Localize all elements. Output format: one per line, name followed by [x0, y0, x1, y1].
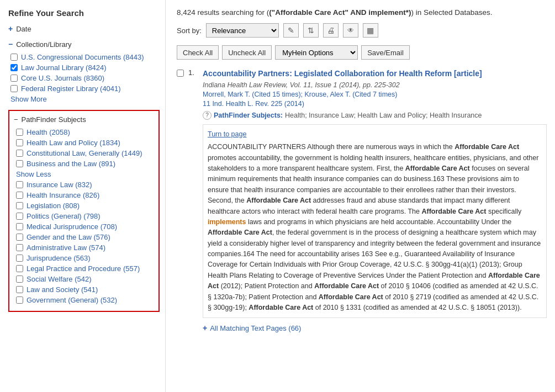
pathfinder-item: Health Law and Policy (1834) [14, 139, 154, 147]
pathfinder-more-checkbox[interactable] [16, 244, 23, 251]
collection-item: Law Journal Library (8424) [8, 63, 160, 72]
sidebar-title: Refine Your Search [8, 8, 160, 18]
collection-checkbox[interactable] [10, 54, 18, 61]
pathfinder-more-item-label[interactable]: Government (General) (532) [27, 296, 117, 304]
highlight-aca-4: Affordable Care Act [421, 208, 486, 215]
binoculars-button[interactable]: 👁 [343, 23, 358, 38]
grid-button[interactable]: ▦ [363, 23, 378, 38]
pathfinder-more-item-label[interactable]: Insurance Law (832) [27, 181, 92, 189]
result-number-row: 1. Accountability Partners: Legislated C… [177, 68, 547, 332]
flip-button[interactable]: ⇅ [303, 23, 319, 38]
date-toggle-icon[interactable]: + [8, 24, 13, 33]
highlight-aca-7: Affordable Care Act [314, 282, 379, 290]
show-more-link[interactable]: Show More [10, 95, 160, 103]
sort-label: Sort by: [177, 27, 202, 35]
result-authors-1: Morrell, Mark T. (Cited 15 times); Krous… [203, 91, 547, 98]
pathfinder-more-checkbox[interactable] [16, 286, 23, 293]
collection-item-label[interactable]: Federal Register Library (4041) [21, 84, 121, 93]
pathfinder-toggle-icon[interactable]: − [14, 115, 18, 124]
collection-item-label[interactable]: U.S. Congressional Documents (8443) [21, 53, 144, 61]
pathfinder-more-checkbox[interactable] [16, 181, 23, 188]
pathfinder-more-item-label[interactable]: Medical Jurisprudence (708) [27, 223, 117, 231]
all-matching-label: All Matching Text Pages (66) [210, 324, 301, 332]
pathfinder-more-item-label[interactable]: Health Insurance (826) [27, 191, 99, 199]
result-number-1: 1. [188, 68, 198, 77]
pathfinder-item-label[interactable]: Business and the Law (891) [27, 160, 115, 168]
collection-item-label[interactable]: Law Journal Library (8424) [21, 63, 107, 72]
collection-checkbox[interactable] [10, 85, 18, 92]
pathfinder-more-item-label[interactable]: Legislation (808) [27, 202, 80, 210]
collection-item: Core U.S. Journals (8360) [8, 74, 160, 82]
all-matching-row[interactable]: + All Matching Text Pages (66) [203, 324, 547, 332]
pathfinder-item: Business and the Law (891) [14, 160, 154, 168]
pathfinder-more-checkbox[interactable] [16, 234, 23, 241]
excerpt-box: Turn to page ACCOUNTABILITY PARTNERS Alt… [203, 124, 547, 319]
collection-item-label[interactable]: Core U.S. Journals (8360) [21, 74, 104, 82]
pathfinder-more-checkbox[interactable] [16, 192, 23, 199]
pathfinder-more-checkbox[interactable] [16, 202, 23, 209]
main-content: 8,424 results searching for (("Affordabl… [166, 0, 555, 392]
date-filter-label: Date [16, 25, 31, 33]
collection-filter-section: − Collection/Library U.S. Congressional … [8, 40, 160, 103]
result-title-1[interactable]: Accountability Partners: Legislated Coll… [203, 68, 547, 80]
pathfinder-more-item-label[interactable]: Legal Practice and Procedure (557) [27, 264, 140, 273]
pathfinder-more-item: Jurisprudence (563) [14, 254, 154, 262]
pathfinder-checkbox[interactable] [16, 160, 23, 167]
highlight-aca-9: Affordable Care Act [249, 304, 313, 311]
result-citation-1: 11 Ind. Health L. Rev. 225 (2014) [203, 100, 547, 108]
pathfinder-more-checkbox[interactable] [16, 255, 23, 262]
pathfinder-more-item-label[interactable]: Law and Society (541) [27, 285, 98, 294]
collection-filter-header[interactable]: − Collection/Library [8, 40, 160, 49]
uncheck-all-button[interactable]: Uncheck All [222, 45, 272, 60]
myhein-select[interactable]: MyHein Options [275, 45, 358, 60]
highlight-implements: implements [208, 218, 246, 226]
highlight-aca-2: Affordable Care Act [405, 165, 470, 172]
pathfinder-info-icon[interactable]: ? [203, 111, 212, 120]
result-checkbox-1[interactable] [177, 70, 184, 77]
save-email-button[interactable]: Save/Email [361, 45, 410, 60]
pathfinder-item-label[interactable]: Health (2058) [27, 128, 70, 136]
pathfinder-item-label[interactable]: Health Law and Policy (1834) [27, 139, 120, 147]
pathfinder-more-checkbox[interactable] [16, 265, 23, 272]
pathfinder-more-item-label[interactable]: Gender and the Law (576) [27, 233, 110, 241]
pathfinder-checkbox[interactable] [16, 139, 23, 146]
results-count: 8,424 [177, 8, 195, 17]
collection-checkbox[interactable] [10, 75, 18, 82]
pathfinder-more-item-label[interactable]: Administrative Law (574) [27, 243, 105, 252]
pathfinder-checkbox[interactable] [16, 129, 23, 136]
excerpt-text: ACCOUNTABILITY PARTNERS Although there a… [208, 142, 542, 313]
pathfinder-more-item-label[interactable]: Jurisprudence (563) [27, 254, 91, 262]
pathfinder-more-item-label[interactable]: Social Welfare (542) [27, 275, 92, 283]
collection-checkbox[interactable] [10, 64, 18, 71]
pathfinder-more-item: Law and Society (541) [14, 285, 154, 294]
edit-button[interactable]: ✎ [283, 23, 299, 38]
sort-bar: Sort by: Relevance Date (Newest) Date (O… [177, 23, 547, 38]
pathfinder-checkbox[interactable] [16, 150, 23, 157]
collection-toggle-icon[interactable]: − [8, 40, 13, 49]
pathfinder-filter-section: − PathFinder Subjects Health (2058)Healt… [8, 110, 160, 312]
date-filter-section: + Date [8, 24, 160, 33]
pathfinder-more-item: Health Insurance (826) [14, 191, 154, 199]
check-all-button[interactable]: Check All [177, 45, 219, 60]
pathfinder-more-checkbox[interactable] [16, 296, 23, 304]
pathfinder-more-checkbox[interactable] [16, 223, 23, 230]
print-button[interactable]: 🖨 [323, 23, 339, 38]
sort-select[interactable]: Relevance Date (Newest) Date (Oldest) Ti… [206, 23, 279, 38]
show-less-link[interactable]: Show Less [16, 170, 154, 178]
all-matching-plus-icon: + [203, 324, 207, 332]
pathfinder-item-label[interactable]: Constitutional Law, Generally (1449) [27, 149, 142, 157]
pathfinder-more-checkbox[interactable] [16, 213, 23, 220]
date-filter-header[interactable]: + Date [8, 24, 160, 33]
pathfinder-more-item: Gender and the Law (576) [14, 233, 154, 241]
search-scope: Selected Databases [424, 8, 490, 17]
pathfinder-more-item: Government (General) (532) [14, 296, 154, 304]
highlight-aca-1: Affordable Care Act [454, 143, 519, 151]
turn-to-page-link[interactable]: Turn to page [208, 129, 542, 140]
pathfinder-tags-row: ? PathFinder Subjects: Health; Insurance… [203, 111, 547, 120]
pathfinder-item: Health (2058) [14, 128, 154, 136]
pathfinder-filter-header[interactable]: − PathFinder Subjects [14, 115, 154, 124]
pathfinder-tags-label: PathFinder Subjects: [214, 112, 283, 119]
pathfinder-more-item-label[interactable]: Politics (General) (798) [27, 212, 101, 220]
collection-item: U.S. Congressional Documents (8443) [8, 53, 160, 61]
pathfinder-more-checkbox[interactable] [16, 276, 23, 283]
